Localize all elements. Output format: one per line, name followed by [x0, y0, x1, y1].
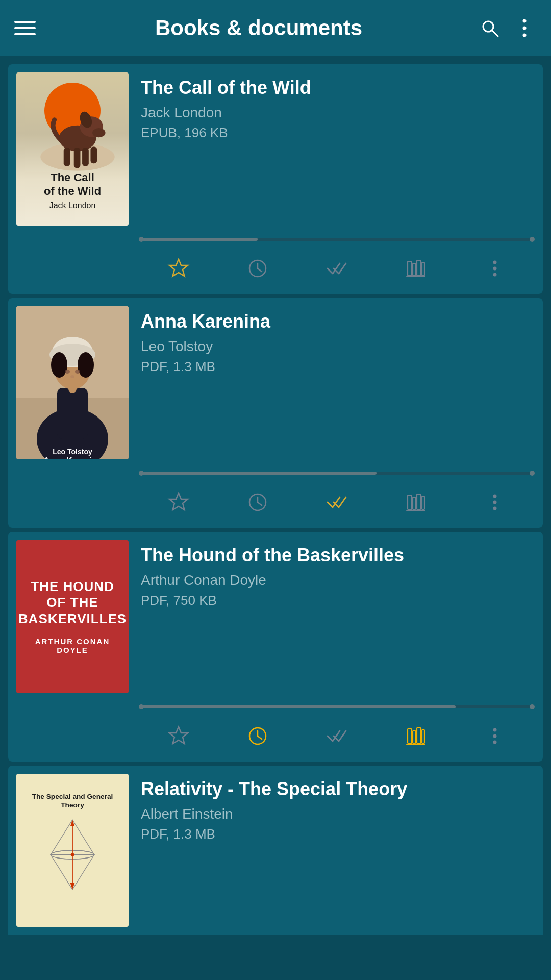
svg-rect-60: [422, 730, 424, 743]
svg-point-2: [523, 19, 527, 23]
svg-point-4: [523, 34, 527, 37]
svg-rect-46: [413, 497, 416, 509]
svg-text:Anna Karenina: Anna Karenina: [44, 456, 102, 459]
book-progress: [8, 468, 543, 479]
book-title: Anna Karenina: [141, 310, 535, 332]
svg-marker-41: [169, 493, 188, 510]
svg-rect-58: [413, 731, 416, 743]
shelf-button[interactable]: [377, 721, 456, 751]
history-button[interactable]: [218, 721, 297, 751]
search-icon[interactable]: [478, 16, 502, 40]
book-author: Leo Tolstoy: [141, 338, 535, 355]
book-cover[interactable]: Leo Tolstoy Anna Karenina: [16, 306, 129, 459]
book-info: The Call of the Wild Jack London EPUB, 1…: [141, 72, 535, 141]
book-list: The Callof the Wild Jack London The Call…: [0, 56, 551, 943]
svg-rect-57: [408, 729, 412, 743]
more-vert-icon: [482, 256, 508, 281]
svg-rect-20: [417, 260, 421, 276]
read-button[interactable]: [297, 487, 376, 518]
history-button[interactable]: [218, 487, 297, 518]
bookmark-button[interactable]: [139, 253, 218, 284]
more-options-icon[interactable]: [512, 16, 537, 40]
svg-line-44: [258, 502, 262, 505]
book-progress: [8, 234, 543, 245]
star-icon: [166, 723, 191, 749]
svg-rect-21: [422, 262, 424, 276]
svg-point-64: [493, 741, 497, 744]
svg-marker-53: [169, 727, 188, 744]
svg-point-3: [523, 27, 527, 30]
star-icon: [166, 256, 191, 281]
svg-point-51: [493, 501, 497, 504]
header-actions: [478, 16, 537, 40]
read-button[interactable]: [297, 253, 376, 284]
bookshelf-icon: [403, 489, 429, 515]
svg-point-23: [493, 261, 497, 264]
book-meta: EPUB, 196 KB: [141, 125, 535, 141]
svg-line-17: [258, 268, 262, 272]
book-info: Anna Karenina Leo Tolstoy PDF, 1.3 MB: [141, 306, 535, 375]
bookshelf-icon: [403, 723, 429, 749]
page-title: Books & documents: [40, 16, 478, 40]
book-info: The Hound of the Baskervilles Arthur Con…: [141, 540, 535, 608]
book-title: Relativity - The Special Theory: [141, 778, 535, 800]
svg-point-50: [493, 495, 497, 498]
svg-point-38: [70, 375, 74, 378]
book-title: The Call of the Wild: [141, 77, 535, 99]
history-button[interactable]: [218, 253, 297, 284]
menu-icon[interactable]: [14, 15, 40, 41]
svg-rect-59: [417, 728, 421, 743]
svg-point-62: [493, 728, 497, 732]
svg-text:The Special and General: The Special and General: [32, 793, 113, 800]
clock-icon: [245, 256, 270, 281]
book-actions: [8, 479, 543, 528]
svg-rect-48: [422, 496, 424, 509]
app-header: Books & documents: [0, 0, 551, 56]
book-cover[interactable]: The Special and General Theory: [16, 774, 129, 927]
book-card-main: The Callof the Wild Jack London The Call…: [8, 64, 543, 234]
book-cover[interactable]: The Callof the Wild Jack London: [16, 72, 129, 226]
svg-point-52: [493, 507, 497, 510]
svg-rect-29: [57, 388, 88, 439]
book-card: The Callof the Wild Jack London The Call…: [8, 64, 543, 294]
book-card-main: Leo Tolstoy Anna Karenina Anna Karenina …: [8, 298, 543, 468]
book-title: The Hound of the Baskervilles: [141, 544, 535, 566]
book-author: Albert Einstein: [141, 806, 535, 822]
shelf-button[interactable]: [377, 253, 456, 284]
double-check-icon: [324, 256, 349, 281]
svg-point-25: [493, 273, 497, 277]
more-vert-icon: [482, 489, 508, 515]
shelf-button[interactable]: [377, 487, 456, 518]
svg-rect-13: [90, 146, 97, 163]
book-meta: PDF, 1.3 MB: [141, 359, 535, 375]
more-button[interactable]: [456, 487, 535, 518]
svg-rect-11: [74, 148, 81, 168]
bookmark-button[interactable]: [139, 487, 218, 518]
bookmark-button[interactable]: [139, 721, 218, 751]
double-check-icon: [324, 489, 349, 515]
svg-text:Theory: Theory: [61, 801, 84, 809]
svg-point-35: [78, 352, 94, 378]
more-vert-icon: [482, 723, 508, 749]
svg-rect-19: [413, 263, 416, 276]
svg-rect-10: [64, 148, 70, 166]
double-check-icon: [324, 723, 349, 749]
book-cover[interactable]: THE HOUNDOF THEBASKERVILLES ARTHUR CONAN…: [16, 540, 129, 693]
svg-point-24: [493, 267, 497, 271]
svg-rect-18: [408, 261, 412, 276]
bookshelf-icon: [403, 256, 429, 281]
svg-point-34: [51, 352, 67, 378]
read-button[interactable]: [297, 721, 376, 751]
svg-marker-14: [169, 259, 188, 276]
svg-point-8: [92, 128, 105, 137]
book-actions: [8, 245, 543, 294]
clock-icon: [245, 723, 270, 749]
book-card: THE HOUNDOF THEBASKERVILLES ARTHUR CONAN…: [8, 532, 543, 762]
svg-rect-47: [417, 494, 421, 509]
more-button[interactable]: [456, 253, 535, 284]
book-author: Arthur Conan Doyle: [141, 572, 535, 589]
book-actions: [8, 713, 543, 762]
more-button[interactable]: [456, 721, 535, 751]
book-card-main: The Special and General Theory: [8, 766, 543, 935]
book-card: Leo Tolstoy Anna Karenina Anna Karenina …: [8, 298, 543, 528]
